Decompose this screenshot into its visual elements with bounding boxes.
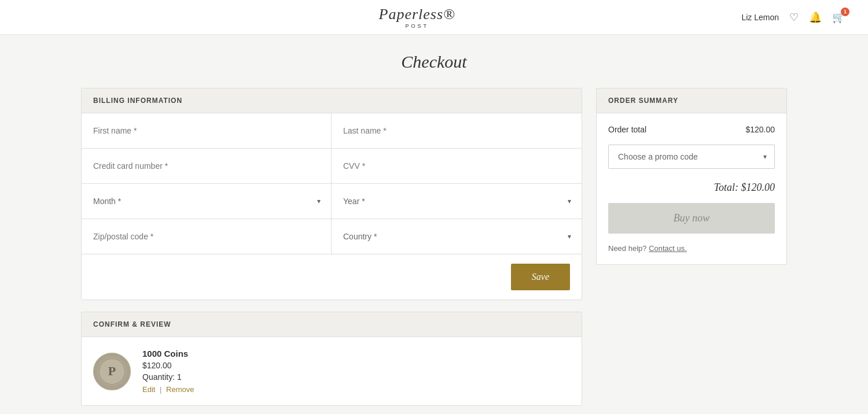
edit-link[interactable]: Edit: [142, 385, 155, 394]
item-details: 1000 Coins $120.00 Quantity: 1 Edit | Re…: [142, 349, 570, 394]
credit-card-input[interactable]: [82, 149, 331, 183]
first-name-input[interactable]: [82, 113, 331, 148]
header: Paperless® POST Liz Lemon ♡ 🔔 🛒 1: [0, 0, 868, 35]
order-total-label: Order total: [608, 125, 646, 134]
month-field: Month *JanuaryFebruaryMarchAprilMayJuneJ…: [82, 184, 332, 219]
year-wrapper: Year *2024202520262027202820292030 ▾: [332, 184, 582, 219]
promo-select[interactable]: Choose a promo codeSAVE10SAVE20FREESHIP: [608, 145, 775, 169]
country-select[interactable]: Country *United StatesCanadaUnited Kingd…: [332, 219, 582, 254]
logo-sub: POST: [405, 23, 429, 29]
item-quantity: Quantity: 1: [142, 372, 570, 382]
remove-link[interactable]: Remove: [166, 385, 194, 394]
help-label: Need help?: [608, 244, 647, 253]
order-summary-header: ORDER SUMMARY: [597, 88, 786, 113]
month-wrapper: Month *JanuaryFebruaryMarchAprilMayJuneJ…: [82, 184, 331, 219]
heart-icon[interactable]: ♡: [789, 11, 799, 24]
separator: |: [157, 385, 164, 394]
logo[interactable]: Paperless® POST: [379, 6, 455, 29]
page: Checkout BILLING INFORMATION: [58, 35, 810, 414]
cart-badge: 1: [841, 8, 849, 16]
last-name-field: [332, 113, 582, 149]
month-select[interactable]: Month *JanuaryFebruaryMarchAprilMayJuneJ…: [82, 184, 331, 219]
main-layout: BILLING INFORMATION: [81, 88, 787, 406]
order-summary-body: Order total $120.00 Choose a promo codeS…: [597, 113, 786, 264]
year-select[interactable]: Year *2024202520262027202820292030: [332, 184, 582, 219]
country-wrapper: Country *United StatesCanadaUnited Kingd…: [332, 219, 582, 254]
confirm-header: CONFIRM & REVIEW: [82, 312, 582, 337]
item-logo-letter: P: [108, 364, 116, 379]
cvv-input[interactable]: [332, 149, 582, 183]
billing-header: BILLING INFORMATION: [82, 88, 582, 113]
logo-text: Paperless®: [379, 6, 455, 23]
save-button[interactable]: Save: [511, 264, 570, 290]
confirm-item: P 1000 Coins $120.00 Quantity: 1 Edit | …: [82, 337, 582, 405]
zip-input[interactable]: [82, 219, 331, 254]
form-actions: Save: [82, 254, 582, 300]
help-text: Need help? Contact us.: [608, 244, 775, 253]
country-field: Country *United StatesCanadaUnited Kingd…: [332, 219, 582, 254]
item-actions: Edit | Remove: [142, 385, 570, 394]
billing-form: Month *JanuaryFebruaryMarchAprilMayJuneJ…: [82, 113, 582, 254]
left-column: BILLING INFORMATION: [81, 88, 582, 406]
cart-icon[interactable]: 🛒 1: [832, 11, 845, 24]
zip-field: [82, 219, 332, 254]
buy-now-button[interactable]: Buy now: [608, 203, 775, 234]
bell-icon[interactable]: 🔔: [809, 11, 822, 24]
billing-section: BILLING INFORMATION: [81, 88, 582, 300]
order-summary: ORDER SUMMARY Order total $120.00 Choose…: [596, 88, 787, 265]
item-name: 1000 Coins: [142, 349, 570, 358]
item-logo: P: [93, 353, 131, 390]
year-field: Year *2024202520262027202820292030 ▾: [332, 184, 582, 219]
header-right: Liz Lemon ♡ 🔔 🛒 1: [741, 11, 845, 24]
page-title: Checkout: [81, 52, 787, 72]
promo-wrapper: Choose a promo codeSAVE10SAVE20FREESHIP …: [608, 145, 775, 169]
order-total-row: Order total $120.00: [608, 125, 775, 134]
contact-link[interactable]: Contact us.: [649, 244, 687, 253]
confirm-section: CONFIRM & REVIEW P 1000 Coins $120.00 Qu…: [81, 312, 582, 406]
order-total-value: $120.00: [745, 125, 775, 134]
first-name-field: [82, 113, 332, 149]
total-display: Total: $120.00: [608, 182, 775, 194]
last-name-input[interactable]: [332, 113, 582, 148]
item-price: $120.00: [142, 361, 570, 370]
item-logo-inner: P: [99, 358, 125, 385]
username: Liz Lemon: [741, 13, 779, 22]
credit-card-field: [82, 149, 332, 184]
cvv-field: [332, 149, 582, 184]
